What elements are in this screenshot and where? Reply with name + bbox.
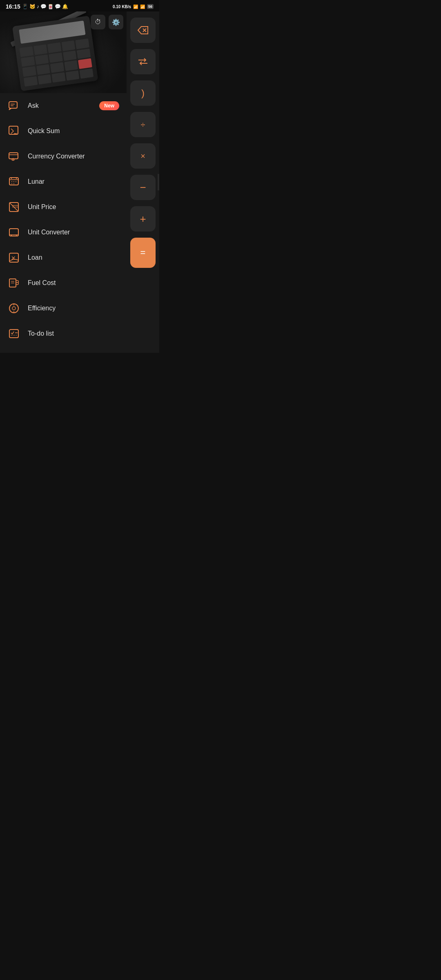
menu-item-unit-price[interactable]: Unit Price: [0, 194, 127, 220]
app-icon-5: 🀄: [48, 4, 53, 9]
plus-symbol: +: [140, 213, 146, 225]
new-badge: New: [99, 101, 119, 110]
divide-symbol: ÷: [141, 120, 145, 129]
calc-buttons: [20, 38, 94, 87]
hero-image: ⏱ ⚙️: [0, 11, 127, 93]
btn: [66, 70, 80, 81]
efficiency-label: Efficiency: [28, 305, 119, 312]
clock-icon: ⏱: [95, 18, 101, 26]
btn: [49, 52, 62, 63]
svg-text:✕: ✕: [11, 255, 16, 261]
status-icons: 📱 🐱 ♪ 💬 🀄 💬 🔔: [22, 4, 68, 9]
app-icon-2: 🐱: [29, 4, 36, 9]
fuel-cost-label: Fuel Cost: [28, 279, 119, 287]
todo-list-label: To-do list: [28, 330, 119, 337]
network-speed: 0.10 KB/s: [113, 4, 131, 9]
btn: [50, 62, 64, 73]
quick-sum-label: Quick Sum: [28, 127, 119, 135]
signal-icon: 📶: [133, 4, 138, 9]
menu-item-world-time[interactable]: World Time: [0, 346, 127, 353]
wifi-icon: 📶: [140, 4, 145, 9]
multiply-key[interactable]: ×: [130, 143, 156, 169]
svg-rect-5: [9, 153, 18, 159]
equals-symbol: =: [140, 247, 146, 258]
app-icon-3: ♪: [37, 4, 39, 9]
right-panel: ) ÷ × − + =: [127, 11, 159, 353]
paren-symbol: ): [141, 87, 145, 99]
btn: [24, 76, 38, 87]
menu-item-currency[interactable]: Currency Converter: [0, 144, 127, 169]
multiply-symbol: ×: [140, 151, 145, 161]
svg-rect-35: [9, 330, 18, 338]
menu-item-unit-converter[interactable]: Unit Converter: [0, 220, 127, 245]
status-right: 0.10 KB/s 📶 📶 56: [113, 4, 154, 9]
paren-key[interactable]: ): [130, 80, 156, 106]
btn: [78, 58, 92, 69]
btn: [47, 42, 61, 53]
currency-label: Currency Converter: [28, 153, 119, 160]
svg-point-13: [16, 181, 16, 182]
app-icon-7: 🔔: [62, 4, 68, 9]
efficiency-icon: [7, 302, 20, 315]
convert-key[interactable]: [130, 49, 156, 74]
app-icon-4: 💬: [40, 4, 47, 9]
menu-item-todo-list[interactable]: To-do list: [0, 321, 127, 346]
btn: [64, 60, 78, 71]
menu-item-ask[interactable]: Ask New: [0, 93, 127, 118]
btn: [38, 74, 51, 85]
svg-rect-3: [9, 126, 18, 134]
unit-converter-icon: [7, 226, 20, 239]
status-time: 16:15: [6, 3, 20, 10]
menu-item-lunar[interactable]: Lunar: [0, 169, 127, 194]
fuel-cost-icon: [7, 276, 20, 290]
btn: [22, 66, 36, 77]
svg-point-11: [11, 181, 12, 182]
divide-key[interactable]: ÷: [130, 112, 156, 137]
battery-indicator: 56: [147, 4, 154, 9]
unit-converter-label: Unit Converter: [28, 229, 119, 236]
unit-price-label: Unit Price: [28, 203, 119, 211]
svg-point-15: [13, 183, 14, 184]
currency-icon: [7, 150, 20, 163]
calculator-body: [12, 16, 98, 91]
todo-list-icon: [7, 327, 20, 340]
equals-key[interactable]: =: [130, 238, 156, 268]
header-icons: ⏱ ⚙️: [91, 15, 123, 29]
btn: [80, 68, 94, 79]
svg-point-14: [11, 183, 12, 184]
btn: [20, 46, 33, 57]
quick-sum-icon: [7, 125, 20, 138]
menu-list: Ask New Quick Sum: [0, 93, 127, 353]
svg-rect-0: [9, 102, 17, 108]
btn: [77, 48, 91, 59]
btn: [61, 40, 75, 51]
history-button[interactable]: ⏱: [91, 15, 105, 29]
btn: [36, 64, 50, 75]
btn: [76, 38, 89, 49]
app-icon-1: 📱: [22, 4, 28, 9]
btn: [21, 56, 35, 67]
loan-icon: ✕: [7, 251, 20, 264]
minus-symbol: −: [140, 181, 146, 194]
main-container: ⏱ ⚙️ Ask New: [0, 11, 159, 353]
settings-button[interactable]: ⚙️: [109, 15, 123, 29]
left-panel: ⏱ ⚙️ Ask New: [0, 11, 127, 353]
btn: [51, 72, 65, 83]
gear-icon: ⚙️: [112, 18, 120, 26]
menu-item-loan[interactable]: ✕ Loan: [0, 245, 127, 270]
app-icon-6: 💬: [55, 4, 61, 9]
status-bar: 16:15 📱 🐱 ♪ 💬 🀄 💬 🔔 0.10 KB/s 📶 📶 56: [0, 0, 159, 11]
world-time-icon: [7, 352, 20, 353]
menu-item-fuel-cost[interactable]: Fuel Cost: [0, 270, 127, 296]
btn: [35, 54, 49, 65]
loan-label: Loan: [28, 254, 119, 261]
lunar-label: Lunar: [28, 178, 119, 185]
ask-label: Ask: [28, 102, 92, 109]
minus-key[interactable]: −: [130, 175, 156, 200]
menu-item-efficiency[interactable]: Efficiency: [0, 296, 127, 321]
ask-icon: [7, 99, 20, 112]
backspace-key[interactable]: [130, 18, 156, 43]
status-left: 16:15 📱 🐱 ♪ 💬 🀄 💬 🔔: [6, 3, 68, 10]
plus-key[interactable]: +: [130, 206, 156, 232]
menu-item-quick-sum[interactable]: Quick Sum: [0, 118, 127, 144]
